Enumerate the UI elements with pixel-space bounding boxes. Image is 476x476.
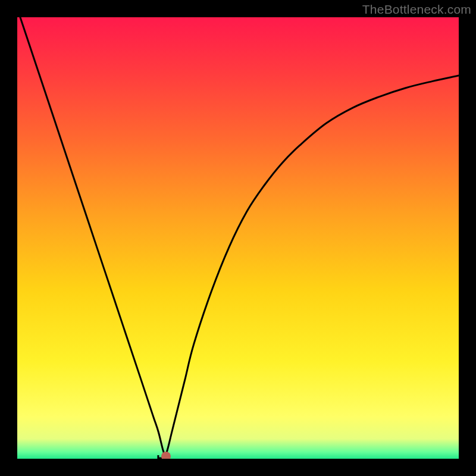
- bezel: [0, 0, 17, 476]
- chart-stage: TheBottleneck.com: [0, 0, 476, 476]
- bezel: [0, 459, 476, 476]
- plot-frame: [17, 17, 459, 459]
- watermark-text: TheBottleneck.com: [362, 2, 471, 17]
- bezel: [459, 0, 476, 476]
- plot-gradient-background: [17, 17, 459, 459]
